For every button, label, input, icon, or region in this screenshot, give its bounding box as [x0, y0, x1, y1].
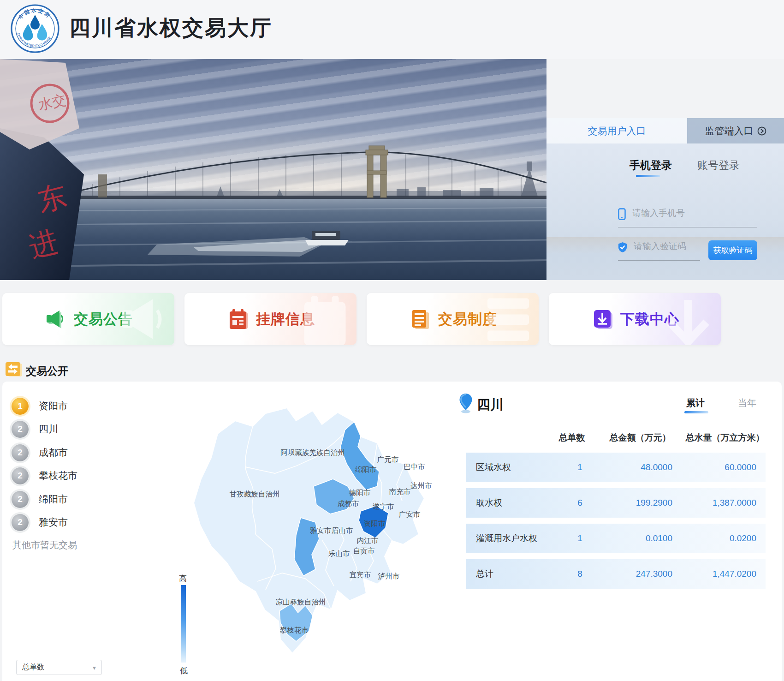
chevron-down-icon: ▾ — [93, 664, 96, 671]
card-listing-info[interactable]: 挂牌信息 — [184, 293, 356, 345]
metric-select-dropdown[interactable]: 总单数 ▾ — [16, 660, 102, 675]
china-water-exchange-logo: 中 国 水 交 所 CHINA WATER EXCHANGE — [10, 4, 60, 54]
rank-badge: 2 — [12, 491, 29, 508]
city-name: 资阳市 — [39, 400, 68, 412]
megaphone-icon — [46, 309, 67, 330]
section-title: 交易公开 — [26, 364, 68, 378]
rank-badge: 1 — [12, 398, 29, 415]
row-count: 6 — [565, 498, 595, 508]
table-row-water-intake-rights[interactable]: 取水权 6 199.2900 1,387.0000 — [466, 488, 766, 518]
svg-text:眉山市: 眉山市 — [332, 526, 353, 534]
tab-current-year[interactable]: 当年 — [738, 397, 756, 409]
code-field — [618, 241, 700, 261]
row-amount: 48.0000 — [595, 462, 672, 472]
phone-field — [618, 208, 757, 227]
trade-disclosure-icon — [6, 361, 22, 378]
ranking-item[interactable]: 1 资阳市 — [12, 397, 68, 415]
legend-low-label: 低 — [180, 665, 188, 676]
download-icon — [593, 309, 614, 330]
sichuan-province-map[interactable]: 阿坝藏族羌族自治州 甘孜藏族自治州 广元市 绵阳市 巴中市 达州市 南充市 德阳… — [175, 388, 434, 664]
svg-text:南充市: 南充市 — [389, 488, 411, 496]
row-volume: 60.0000 — [672, 462, 756, 472]
row-amount: 199.2900 — [595, 498, 672, 508]
row-count: 8 — [565, 569, 595, 579]
tab-trade-user-entry[interactable]: 交易用户入口 — [546, 118, 687, 143]
tab-trade-user-label: 交易用户入口 — [588, 125, 646, 137]
svg-text:雅安市: 雅安市 — [310, 526, 332, 534]
row-count: 1 — [565, 533, 595, 544]
svg-text:广元市: 广元市 — [377, 455, 399, 463]
ranking-item[interactable]: 2 成都市 — [12, 444, 68, 461]
column-header-volume: 总水量（万立方米） — [683, 432, 766, 444]
legend-gradient-bar — [181, 585, 186, 663]
card-trade-announcements[interactable]: 交易公告 — [2, 293, 174, 345]
legend-high-label: 高 — [179, 573, 187, 584]
svg-text:凉山彝族自治州: 凉山彝族自治州 — [276, 598, 326, 606]
hero-photo: 水交 东 进 — [0, 59, 546, 280]
svg-text:内江市: 内江市 — [357, 537, 379, 544]
code-input[interactable] — [634, 241, 694, 251]
listing-watermark — [301, 295, 354, 345]
no-trade-note: 其他市暂无交易 — [12, 539, 77, 551]
login-panel: 交易用户入口 监管端入口 手机登录 账号登录 — [546, 118, 784, 280]
row-volume: 1,447.0200 — [672, 569, 756, 579]
city-name: 成都市 — [39, 446, 68, 459]
boat-bow: 水交 东 进 — [0, 59, 84, 280]
rank-badge: 2 — [12, 444, 29, 461]
row-amount: 247.3000 — [595, 569, 672, 579]
page-header: 中 国 水 交 所 CHINA WATER EXCHANGE 四川省水权交易大厅 — [0, 0, 784, 59]
phone-input[interactable] — [632, 208, 738, 218]
document-watermark — [483, 295, 536, 345]
svg-text:乐山市: 乐山市 — [328, 550, 350, 557]
svg-text:阿坝藏族羌族自治州: 阿坝藏族羌族自治州 — [280, 448, 345, 456]
ranking-item[interactable]: 2 攀枝花市 — [12, 467, 77, 484]
row-label: 区域水权 — [466, 461, 565, 473]
stats-region-title: 四川 — [477, 396, 504, 414]
phone-icon — [618, 208, 626, 220]
ranking-item[interactable]: 2 雅安市 — [12, 514, 68, 531]
tab-regulator-entry[interactable]: 监管端入口 — [687, 118, 784, 143]
tab-regulator-label: 监管端入口 — [705, 125, 754, 137]
suspension-bridge — [55, 152, 546, 197]
tab-phone-login[interactable]: 手机登录 — [630, 158, 672, 173]
ranking-item[interactable]: 2 四川 — [12, 420, 58, 438]
get-code-button[interactable]: 获取验证码 — [708, 240, 757, 260]
rank-badge: 2 — [12, 421, 29, 438]
card-trade-rules[interactable]: 交易制度 — [367, 293, 539, 345]
svg-text:成都市: 成都市 — [338, 500, 359, 508]
page-title: 四川省水权交易大厅 — [69, 14, 273, 42]
tab-account-login[interactable]: 账号登录 — [697, 158, 740, 173]
table-row-irrigation-user-rights[interactable]: 灌溉用水户水权 1 0.0100 0.0200 — [466, 524, 766, 553]
svg-text:遂宁市: 遂宁市 — [373, 502, 394, 510]
table-row-regional-water-rights[interactable]: 区域水权 1 48.0000 60.0000 — [466, 453, 766, 482]
bridge-tower — [366, 146, 388, 197]
listing-board-icon — [228, 309, 249, 330]
svg-text:资阳市: 资阳市 — [364, 520, 386, 527]
svg-text:泸州市: 泸州市 — [378, 572, 400, 580]
location-pin-icon — [459, 393, 473, 413]
column-header-amount: 总金额（万元） — [603, 432, 677, 444]
active-tab-underline — [684, 411, 708, 413]
city-name: 雅安市 — [39, 516, 68, 529]
ranking-item[interactable]: 2 绵阳市 — [12, 490, 68, 508]
svg-text:自贡市: 自贡市 — [353, 547, 375, 555]
row-label: 灌溉用水户水权 — [466, 532, 565, 544]
table-row-total[interactable]: 总计 8 247.3000 1,447.0200 — [466, 559, 766, 589]
svg-text:达州市: 达州市 — [410, 482, 432, 490]
card-download-center[interactable]: 下载中心 — [549, 293, 721, 345]
bridge-river-illustration: 水交 东 进 — [0, 59, 546, 280]
column-header-count: 总单数 — [556, 432, 588, 444]
tab-cumulative[interactable]: 累计 — [686, 397, 705, 409]
account-login-label: 账号登录 — [697, 159, 740, 171]
row-amount: 0.0100 — [595, 533, 672, 544]
active-tab-underline — [636, 175, 660, 177]
hero-banner: 水交 东 进 交易用户入口 监管端入口 手机登录 — [0, 59, 784, 280]
city-name: 四川 — [39, 423, 58, 436]
rank-badge: 2 — [12, 514, 29, 531]
svg-text:巴中市: 巴中市 — [404, 463, 425, 471]
rank-badge: 2 — [12, 467, 29, 484]
download-watermark — [658, 295, 718, 345]
phone-login-label: 手机登录 — [630, 159, 672, 171]
svg-text:广安市: 广安市 — [399, 510, 421, 518]
row-label: 取水权 — [466, 497, 565, 509]
